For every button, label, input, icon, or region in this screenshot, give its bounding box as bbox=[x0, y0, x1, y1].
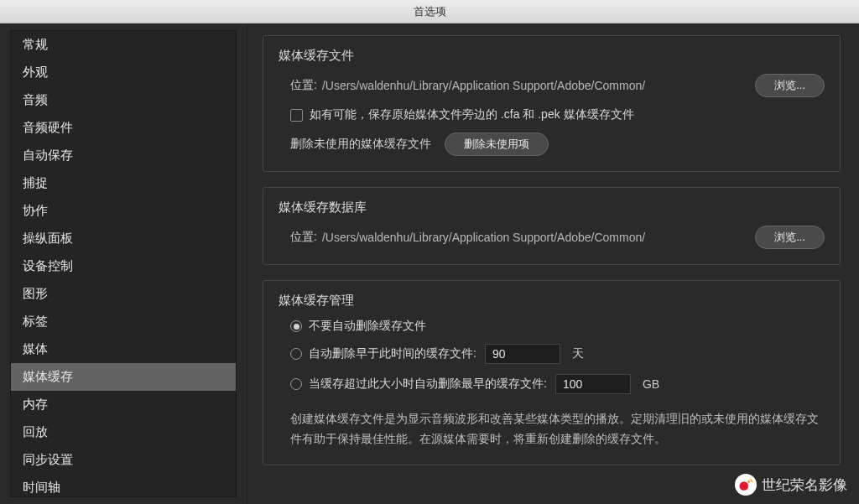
cache-mgmt-description: 创建媒体缓存文件是为显示音频波形和改善某些媒体类型的播放。定期清理旧的或未使用的… bbox=[279, 404, 825, 449]
sidebar: 常规外观音频音频硬件自动保存捕捉协作操纵面板设备控制图形标签媒体媒体缓存内存回放… bbox=[0, 23, 247, 504]
cache-files-location-path: /Users/waldenhu/Library/Application Supp… bbox=[322, 79, 755, 92]
sidebar-item-11[interactable]: 媒体 bbox=[11, 335, 236, 363]
sidebar-item-2[interactable]: 音频 bbox=[11, 86, 236, 114]
radio-icon[interactable] bbox=[290, 378, 302, 390]
section-cache-mgmt: 媒体缓存管理 不要自动删除缓存文件 自动删除早于此时间的缓存文件: 天 当缓存超… bbox=[263, 280, 841, 465]
cache-mgmt-opt2-row[interactable]: 自动删除早于此时间的缓存文件: 天 bbox=[279, 344, 825, 364]
cache-files-location-row: 位置: /Users/waldenhu/Library/Application … bbox=[279, 74, 825, 97]
delete-unused-row: 删除未使用的媒体缓存文件 删除未使用项 bbox=[279, 132, 825, 156]
sidebar-item-9[interactable]: 图形 bbox=[11, 280, 236, 308]
cache-age-unit: 天 bbox=[572, 346, 584, 361]
cache-size-input[interactable] bbox=[555, 374, 631, 394]
sidebar-item-15[interactable]: 同步设置 bbox=[11, 446, 236, 474]
section-title-cache-files: 媒体缓存文件 bbox=[279, 48, 825, 64]
cache-mgmt-opt3-row[interactable]: 当缓存超过此大小时自动删除最早的缓存文件: GB bbox=[279, 374, 825, 394]
delete-unused-button[interactable]: 删除未使用项 bbox=[445, 132, 549, 156]
sidebar-item-12[interactable]: 媒体缓存 bbox=[11, 363, 236, 391]
cache-mgmt-opt1-label: 不要自动删除缓存文件 bbox=[309, 319, 426, 334]
sidebar-list: 常规外观音频音频硬件自动保存捕捉协作操纵面板设备控制图形标签媒体媒体缓存内存回放… bbox=[10, 30, 237, 497]
sidebar-item-5[interactable]: 捕捉 bbox=[11, 169, 236, 197]
delete-unused-label: 删除未使用的媒体缓存文件 bbox=[290, 137, 431, 152]
cache-age-input[interactable] bbox=[485, 344, 560, 364]
browse-cache-db-button[interactable]: 浏览... bbox=[755, 226, 825, 249]
cache-files-location-label: 位置: bbox=[290, 78, 317, 93]
browse-cache-files-button[interactable]: 浏览... bbox=[755, 74, 825, 97]
section-title-cache-mgmt: 媒体缓存管理 bbox=[279, 293, 825, 309]
radio-icon[interactable] bbox=[290, 348, 302, 360]
sidebar-item-10[interactable]: 标签 bbox=[11, 308, 236, 335]
cache-mgmt-opt2-label: 自动删除早于此时间的缓存文件: bbox=[309, 346, 476, 361]
cache-size-unit: GB bbox=[643, 377, 659, 391]
radio-icon[interactable] bbox=[290, 320, 302, 332]
sidebar-item-4[interactable]: 自动保存 bbox=[11, 142, 236, 169]
preferences-container: 常规外观音频音频硬件自动保存捕捉协作操纵面板设备控制图形标签媒体媒体缓存内存回放… bbox=[0, 23, 859, 504]
window-title: 首选项 bbox=[414, 5, 446, 18]
main-panel: 媒体缓存文件 位置: /Users/waldenhu/Library/Appli… bbox=[247, 23, 859, 504]
cache-mgmt-opt1-row[interactable]: 不要自动删除缓存文件 bbox=[279, 319, 825, 334]
checkbox-icon[interactable] bbox=[290, 109, 303, 122]
sidebar-item-8[interactable]: 设备控制 bbox=[11, 252, 236, 280]
section-title-cache-db: 媒体缓存数据库 bbox=[279, 200, 825, 216]
cache-db-location-row: 位置: /Users/waldenhu/Library/Application … bbox=[279, 226, 825, 249]
cache-db-location-path: /Users/waldenhu/Library/Application Supp… bbox=[322, 231, 755, 244]
cache-db-location-label: 位置: bbox=[290, 230, 317, 245]
section-cache-db: 媒体缓存数据库 位置: /Users/waldenhu/Library/Appl… bbox=[263, 187, 841, 265]
sidebar-item-0[interactable]: 常规 bbox=[11, 31, 236, 59]
sidebar-item-3[interactable]: 音频硬件 bbox=[11, 114, 236, 142]
window-titlebar: 首选项 bbox=[0, 0, 859, 23]
sidebar-item-6[interactable]: 协作 bbox=[11, 197, 236, 225]
sidebar-item-13[interactable]: 内存 bbox=[11, 391, 236, 418]
sidebar-item-7[interactable]: 操纵面板 bbox=[11, 225, 236, 252]
sidebar-item-1[interactable]: 外观 bbox=[11, 59, 236, 86]
save-next-to-media-label: 如有可能，保存原始媒体文件旁边的 .cfa 和 .pek 媒体缓存文件 bbox=[310, 107, 634, 122]
section-cache-files: 媒体缓存文件 位置: /Users/waldenhu/Library/Appli… bbox=[263, 35, 841, 172]
sidebar-item-16[interactable]: 时间轴 bbox=[11, 474, 236, 497]
sidebar-item-14[interactable]: 回放 bbox=[11, 418, 236, 446]
cache-files-save-next-row[interactable]: 如有可能，保存原始媒体文件旁边的 .cfa 和 .pek 媒体缓存文件 bbox=[279, 107, 825, 122]
cache-mgmt-opt3-label: 当缓存超过此大小时自动删除最早的缓存文件: bbox=[309, 377, 547, 392]
